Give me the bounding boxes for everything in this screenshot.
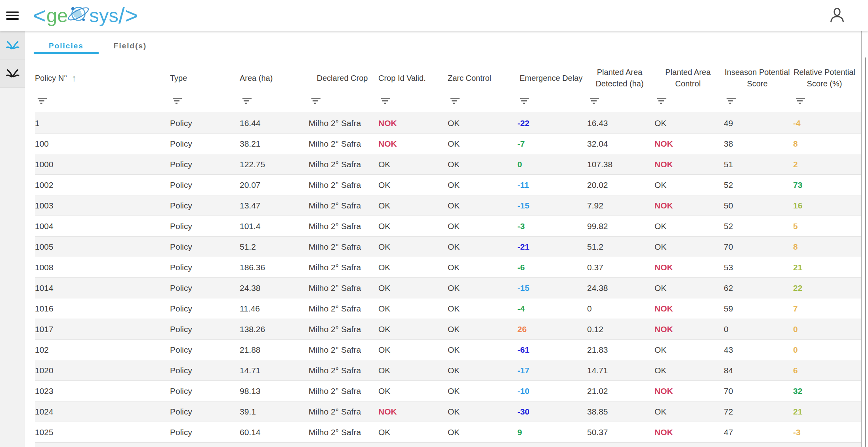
cell-emergence_delay: -6 <box>517 263 587 272</box>
cell-policy: 1014 <box>35 283 170 293</box>
cell-emergence_delay: -17 <box>517 366 587 375</box>
table-row[interactable]: 1020Policy14.71Milho 2° SafraOKOK-1714.7… <box>35 360 861 381</box>
cell-inseason_score: 0 <box>724 325 793 334</box>
table-row[interactable]: 1017Policy138.26Milho 2° SafraOKOK260.12… <box>35 319 861 340</box>
column-header-crop_id_valid[interactable]: Crop Id Valid. <box>378 73 448 84</box>
logo-close-bracket: /> <box>118 4 138 27</box>
cell-planted_area_control: OK <box>654 345 724 355</box>
menu-icon[interactable] <box>6 10 19 21</box>
user-icon[interactable] <box>828 6 847 25</box>
filter-icon[interactable] <box>724 96 793 104</box>
cell-crop_id_valid: NOK <box>378 139 448 149</box>
cell-zarc_control: OK <box>448 304 517 313</box>
tab-policies[interactable]: Policies <box>34 31 99 60</box>
cell-planted_area_detected: 0.12 <box>587 325 654 334</box>
filter-icon[interactable] <box>170 96 240 104</box>
cell-area: 138.26 <box>240 325 309 334</box>
cell-planted_area_control: OK <box>654 366 724 375</box>
cell-declared_crop: Milho 2° Safra <box>309 407 378 416</box>
column-header-planted_area_control[interactable]: Planted Area Control <box>654 67 724 90</box>
app-header: < ge sys /> <box>0 0 868 31</box>
table-body: 1Policy16.44Milho 2° SafraNOKOK-2216.43O… <box>35 113 861 443</box>
sort-ascending-icon: ↑ <box>72 73 76 84</box>
table-row[interactable]: 100Policy38.21Milho 2° SafraNOKOK-732.04… <box>35 134 861 154</box>
table-row[interactable]: 1004Policy101.4Milho 2° SafraOKOK-399.82… <box>35 216 861 237</box>
cell-crop_id_valid: OK <box>378 386 448 396</box>
logo: < ge sys /> <box>33 1 138 30</box>
filter-icon[interactable] <box>309 96 378 104</box>
cell-crop_id_valid: OK <box>378 242 448 252</box>
sidebar-item-2[interactable] <box>0 59 25 88</box>
table-row[interactable]: 1016Policy11.46Milho 2° SafraOKOK-40NOK5… <box>35 298 861 319</box>
column-header-policy[interactable]: Policy N°↑ <box>35 73 170 84</box>
column-header-declared_crop[interactable]: Declared Crop <box>309 73 378 84</box>
table-row[interactable]: 1Policy16.44Milho 2° SafraNOKOK-2216.43O… <box>35 113 861 134</box>
column-header-type[interactable]: Type <box>170 73 240 84</box>
tab-bar: Policies Field(s) <box>25 31 861 60</box>
cell-relative_score: 73 <box>793 180 858 190</box>
cell-crop_id_valid: OK <box>378 283 448 293</box>
cell-emergence_delay: -10 <box>517 386 587 396</box>
table-row[interactable]: 1014Policy24.38Milho 2° SafraOKOK-1524.3… <box>35 278 861 298</box>
cell-crop_id_valid: OK <box>378 325 448 334</box>
cell-zarc_control: OK <box>448 160 517 169</box>
cell-declared_crop: Milho 2° Safra <box>309 386 378 396</box>
cell-inseason_score: 49 <box>724 118 793 128</box>
filter-icon[interactable] <box>448 96 517 104</box>
vertical-scrollbar[interactable] <box>865 57 866 447</box>
column-header-label: Inseason Potential Score <box>724 67 791 90</box>
policies-table: Policy N°↑TypeArea (ha)Declared CropCrop… <box>25 60 861 447</box>
filter-icon[interactable] <box>517 96 587 104</box>
cell-zarc_control: OK <box>448 428 517 437</box>
cell-relative_score: 21 <box>793 263 858 272</box>
filter-icon[interactable] <box>793 96 858 104</box>
cell-emergence_delay: -7 <box>517 139 587 149</box>
tab-fields[interactable]: Field(s) <box>99 31 162 60</box>
cell-planted_area_control: OK <box>654 180 724 190</box>
cell-relative_score: 22 <box>793 283 858 293</box>
table-row[interactable]: 1023Policy98.13Milho 2° SafraOKOK-1021.0… <box>35 381 861 401</box>
table-row[interactable]: 1005Policy51.2Milho 2° SafraOKOK-2151.2O… <box>35 237 861 257</box>
cell-area: 98.13 <box>240 386 309 396</box>
cell-area: 39.1 <box>240 407 309 416</box>
table-row[interactable]: 1025Policy60.14Milho 2° SafraOKOK950.37N… <box>35 422 861 443</box>
table-row[interactable]: 1008Policy186.36Milho 2° SafraOKOK-60.37… <box>35 257 861 278</box>
cell-crop_id_valid: OK <box>378 201 448 210</box>
cell-type: Policy <box>170 283 240 293</box>
cell-relative_score: 7 <box>793 304 858 313</box>
sidebar-item-1[interactable] <box>0 31 25 59</box>
filter-icon[interactable] <box>587 96 654 104</box>
cell-planted_area_detected: 20.02 <box>587 180 654 190</box>
table-row[interactable]: 1024Policy39.1Milho 2° SafraNOKOK-3038.8… <box>35 401 861 422</box>
cell-area: 38.21 <box>240 139 309 149</box>
column-header-label: Emergence Delay <box>520 73 583 84</box>
column-header-zarc_control[interactable]: Zarc Control <box>448 73 517 84</box>
cell-declared_crop: Milho 2° Safra <box>309 139 378 149</box>
cell-planted_area_control: NOK <box>654 160 724 169</box>
cell-inseason_score: 59 <box>724 304 793 313</box>
table-row[interactable]: 102Policy21.88Milho 2° SafraOKOK-6121.83… <box>35 340 861 360</box>
cell-planted_area_control: NOK <box>654 325 724 334</box>
column-header-inseason_score[interactable]: Inseason Potential Score <box>724 67 793 90</box>
table-row[interactable]: 1000Policy122.75Milho 2° SafraOKOK0107.3… <box>35 154 861 175</box>
cell-planted_area_detected: 99.82 <box>587 222 654 231</box>
filter-icon[interactable] <box>654 96 724 104</box>
filter-icon[interactable] <box>240 96 309 104</box>
cell-planted_area_control: OK <box>654 283 724 293</box>
table-row[interactable]: 1003Policy13.47Milho 2° SafraOKOK-157.92… <box>35 195 861 216</box>
cell-area: 24.38 <box>240 283 309 293</box>
column-header-planted_area_detected[interactable]: Planted Area Detected (ha) <box>587 67 654 90</box>
column-header-relative_score[interactable]: Relative Potential Score (%) <box>793 67 858 90</box>
cell-declared_crop: Milho 2° Safra <box>309 222 378 231</box>
column-header-emergence_delay[interactable]: Emergence Delay <box>517 73 587 84</box>
cell-area: 16.44 <box>240 118 309 128</box>
column-header-area[interactable]: Area (ha) <box>240 73 309 84</box>
cell-type: Policy <box>170 180 240 190</box>
cell-relative_score: -3 <box>793 428 858 437</box>
table-row[interactable]: 1002Policy20.07Milho 2° SafraOKOK-1120.0… <box>35 175 861 195</box>
column-header-label: Zarc Control <box>448 73 491 84</box>
cell-inseason_score: 84 <box>724 366 793 375</box>
filter-icon[interactable] <box>35 96 170 104</box>
filter-icon[interactable] <box>378 96 448 104</box>
cell-policy: 1005 <box>35 242 170 252</box>
